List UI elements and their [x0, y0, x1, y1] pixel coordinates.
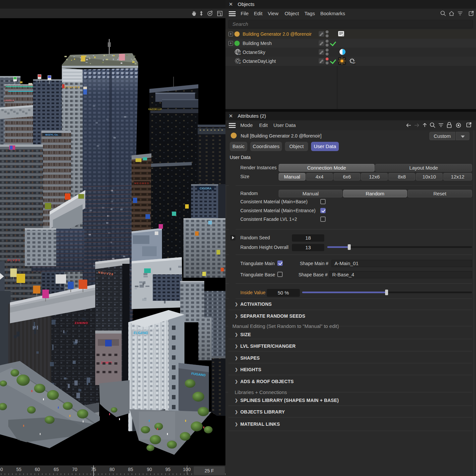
svg-text:ZANINO: ZANINO: [75, 321, 88, 325]
svg-text:ST: ST: [239, 62, 241, 64]
svg-text:ST: ST: [239, 53, 241, 55]
svg-text:MEGMED: MEGMED: [134, 182, 149, 185]
svg-text:RAZOR LLP: RAZOR LLP: [148, 108, 162, 111]
svg-text:FUGANO: FUGANO: [134, 331, 148, 335]
svg-text:ST: ST: [353, 62, 355, 64]
svg-text:LAMBLA: LAMBLA: [4, 99, 14, 102]
svg-text:CIGORA: CIGORA: [200, 187, 212, 190]
svg-text:OLVBX: OLVBX: [7, 258, 20, 262]
svg-text:BOZYL Co.: BOZYL Co.: [45, 133, 58, 136]
svg-text:ZYNVOX: ZYNVOX: [64, 85, 80, 89]
